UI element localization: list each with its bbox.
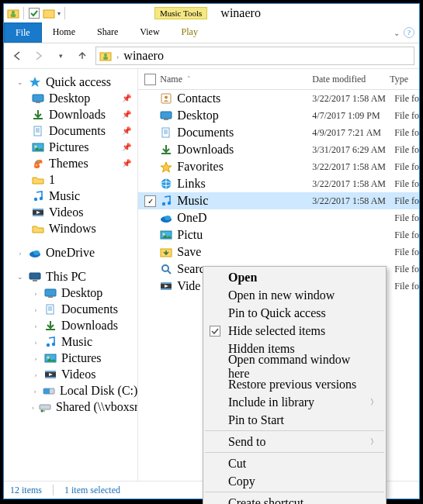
tab-home[interactable]: Home: [42, 22, 86, 43]
select-all-checkbox[interactable]: [144, 74, 156, 85]
file-row[interactable]: Documents 4/9/2017 7:21 AM File fo: [138, 124, 419, 141]
file-date: 4/7/2017 1:09 PM: [312, 110, 394, 122]
context-menu-item[interactable]: Pin to Start: [205, 411, 384, 429]
sidebar-item-documents[interactable]: Documents: [49, 124, 106, 138]
tab-play[interactable]: Play: [171, 22, 209, 43]
expand-icon[interactable]: ›: [32, 289, 40, 297]
expand-icon[interactable]: ›: [32, 354, 40, 362]
file-row[interactable]: Links 3/22/2017 1:58 AM File fo: [138, 175, 419, 192]
sidebar-item-1[interactable]: 1: [49, 173, 55, 187]
sidebar-item-themes[interactable]: Themes: [49, 157, 88, 171]
svg-point-60: [168, 202, 171, 205]
sidebar-item[interactable]: Documents: [61, 302, 118, 316]
file-tab[interactable]: File: [4, 22, 42, 43]
context-menu-label: Open: [228, 271, 257, 285]
svg-point-21: [40, 196, 43, 199]
sidebar-item[interactable]: Downloads: [61, 319, 118, 333]
pin-icon: 📌: [122, 94, 131, 102]
back-button[interactable]: [9, 47, 26, 64]
context-menu-item[interactable]: Open: [205, 268, 384, 286]
expand-icon[interactable]: ⌄: [16, 273, 24, 281]
svg-point-20: [34, 197, 37, 200]
file-type: File fo: [394, 93, 419, 105]
svg-rect-69: [161, 282, 172, 284]
sidebar-item[interactable]: Desktop: [61, 286, 102, 300]
file-row[interactable]: Downloads 3/31/2017 6:29 AM File fo: [138, 141, 419, 158]
svg-rect-29: [45, 289, 56, 296]
row-checkbox[interactable]: ✓: [144, 195, 156, 207]
address-bar[interactable]: › winaero: [95, 47, 414, 65]
context-menu-item[interactable]: Copy: [205, 472, 384, 490]
file-row[interactable]: ✓ Music 3/22/2017 1:58 AM File fo: [138, 192, 419, 209]
expand-icon[interactable]: ›: [32, 371, 40, 378]
videos-icon: [44, 368, 57, 381]
svg-rect-28: [33, 280, 37, 281]
context-menu-item[interactable]: Open in new window: [205, 286, 384, 304]
context-menu-item[interactable]: Hide selected items: [205, 322, 384, 340]
pin-icon: 📌: [122, 143, 131, 151]
ribbon: File Home Share View Play ⌄ ?: [4, 22, 419, 43]
col-name[interactable]: Name: [160, 74, 182, 85]
file-name: Downloads: [177, 143, 234, 157]
onedrive-label[interactable]: OneDrive: [46, 246, 95, 260]
quick-access-label[interactable]: Quick access: [46, 75, 111, 89]
file-row[interactable]: Favorites 3/22/2017 1:58 AM File fo: [138, 158, 419, 175]
context-menu-label: Open in new window: [228, 288, 335, 302]
sidebar-item[interactable]: Pictures: [61, 351, 102, 365]
file-name: Vide: [177, 279, 200, 293]
file-row[interactable]: OneD File fo: [138, 209, 419, 226]
context-menu-item[interactable]: Include in library〉: [205, 393, 384, 411]
file-row[interactable]: Contacts 3/22/2017 1:58 AM File fo: [138, 90, 419, 107]
up-button[interactable]: [74, 47, 91, 64]
this-pc-label[interactable]: This PC: [46, 270, 86, 284]
sidebar-item-windows[interactable]: Windows: [49, 222, 96, 236]
sidebar-item[interactable]: Shared (\\vboxsr: [56, 400, 138, 414]
svg-rect-2: [11, 14, 16, 17]
expand-icon[interactable]: ›: [16, 249, 24, 257]
context-menu-item[interactable]: Restore previous versions: [205, 375, 384, 393]
sidebar-item-music[interactable]: Music: [49, 189, 80, 203]
sidebar-item-downloads[interactable]: Downloads: [49, 108, 106, 122]
col-date[interactable]: Date modified: [312, 74, 390, 85]
sidebar-item[interactable]: Videos: [61, 368, 95, 381]
sidebar-item-desktop[interactable]: Desktop: [49, 91, 90, 105]
col-type[interactable]: Type: [390, 74, 419, 85]
context-menu-item[interactable]: Send to〉: [205, 433, 384, 450]
context-menu-item[interactable]: Create shortcut: [205, 494, 384, 504]
expand-icon[interactable]: ⌄: [16, 78, 24, 86]
tab-share[interactable]: Share: [86, 22, 129, 43]
svg-rect-4: [43, 10, 54, 18]
file-row[interactable]: Pictu File fo: [138, 226, 419, 243]
qa-dropdown-icon[interactable]: ▾: [57, 10, 61, 17]
history-dropdown[interactable]: ▾: [52, 47, 69, 64]
expand-icon[interactable]: ›: [32, 322, 40, 330]
file-row[interactable]: Desktop 4/7/2017 1:09 PM File fo: [138, 107, 419, 124]
ribbon-expand-icon[interactable]: ⌄ ?: [394, 22, 419, 43]
context-menu-item[interactable]: Cut: [205, 454, 384, 472]
expand-icon[interactable]: ›: [32, 338, 40, 346]
address-segment[interactable]: winaero: [123, 49, 164, 63]
qa-checkbox-icon[interactable]: [28, 7, 40, 19]
svg-point-6: [104, 54, 107, 57]
music-icon: [160, 195, 172, 207]
sidebar-item[interactable]: Local Disk (C:): [60, 384, 137, 398]
expand-icon[interactable]: ›: [32, 387, 38, 395]
file-type: File fo: [394, 212, 419, 224]
expand-icon[interactable]: ›: [32, 306, 40, 313]
sidebar-item-videos[interactable]: Videos: [49, 205, 83, 219]
sidebar-item[interactable]: Music: [61, 335, 92, 349]
tab-view[interactable]: View: [129, 22, 170, 43]
file-row[interactable]: Save File fo: [138, 243, 419, 261]
context-menu-label: Copy: [228, 475, 255, 488]
sidebar-item-pictures[interactable]: Pictures: [49, 140, 89, 154]
context-menu-item[interactable]: Open command window here: [205, 357, 384, 375]
svg-line-67: [168, 271, 171, 274]
expand-icon[interactable]: ›: [32, 403, 34, 411]
context-menu-item[interactable]: Pin to Quick access: [205, 304, 384, 322]
main-area: ⌄ Quick access Desktop 📌 Downloads 📌 Doc…: [4, 68, 419, 485]
contextual-tab-label: Music Tools: [154, 7, 207, 19]
file-type: File fo: [394, 281, 419, 292]
file-name: Desktop: [177, 109, 218, 123]
file-type: File fo: [394, 110, 419, 122]
qa-folder-icon[interactable]: [43, 7, 55, 19]
